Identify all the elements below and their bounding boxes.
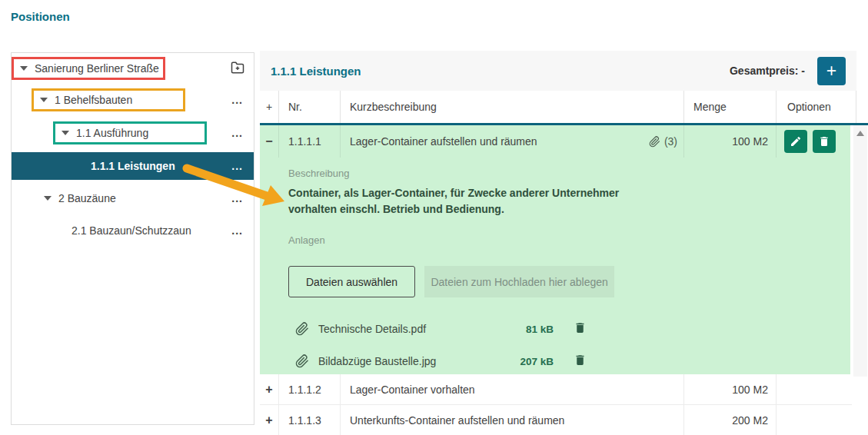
tree-item-label: Sanierung Berliner Straße — [35, 62, 159, 75]
trash-icon — [574, 354, 587, 367]
caret-down-icon[interactable] — [40, 98, 48, 102]
row-nr: 1.1.1.3 — [279, 405, 341, 435]
expand-row-button[interactable]: + — [260, 374, 279, 404]
tree-item-menu-icon[interactable]: ... — [231, 162, 243, 170]
page-title: Positionen — [11, 10, 70, 23]
attachment-list-item: Technische Details.pdf 81 kB — [295, 313, 850, 345]
expanded-position-row: − 1.1.1.1 Lager-Container aufstellen und… — [260, 125, 850, 374]
paperclip-icon — [649, 136, 660, 148]
column-header-nr: Nr. — [279, 91, 341, 123]
file-name: Bildabzüge Baustelle.jpg — [318, 355, 495, 367]
row-quantity: 100 M2 — [684, 374, 777, 404]
attachment-count-badge: (3) — [649, 135, 677, 148]
delete-file-button[interactable] — [572, 321, 587, 337]
row-nr: 1.1.1.2 — [279, 374, 341, 404]
trash-icon — [574, 321, 587, 334]
column-header-kurzbeschreibung: Kurzbeschreibung — [341, 91, 684, 123]
caret-down-icon[interactable] — [20, 66, 28, 71]
position-tree-panel: Sanierung Berliner Straße 1 Behelfsbaute… — [11, 52, 254, 425]
row-nr: 1.1.1.1 — [279, 125, 341, 158]
tree-item-label: 1.1 Ausführung — [76, 127, 148, 139]
file-dropzone[interactable]: Dateien zum Hochladen hier ablegen — [424, 266, 614, 297]
collapse-row-button[interactable]: − — [260, 125, 279, 158]
row-quantity: 100 M2 — [684, 125, 777, 158]
annotation-box-red: Sanierung Berliner Straße — [12, 57, 165, 80]
table-header: + Nr. Kurzbeschreibung Menge Optionen — [260, 91, 868, 123]
table-row: − 1.1.1.1 Lager-Container aufstellen und… — [260, 125, 850, 158]
tree-item-bauzaun-schutzzaun[interactable]: 2.1 Bauzaun/Schutzzaun ... — [12, 219, 254, 242]
row-description: Lager-Container aufstellen und räumen — [350, 135, 537, 148]
scroll-up-arrow-icon[interactable] — [856, 131, 864, 136]
table-row: + 1.1.1.3 Unterkunfts-Container aufstell… — [260, 405, 852, 435]
row-description: Lager-Container vorhalten — [341, 374, 684, 404]
tree-item-label: 2 Bauzäune — [58, 192, 116, 204]
panel-header: 1.1.1 Leistungen Gesamtpreis: - + — [260, 51, 856, 91]
expand-row-button[interactable]: + — [260, 405, 279, 435]
paperclip-icon — [295, 354, 309, 368]
tree-item-label: 1.1.1 Leistungen — [91, 160, 175, 172]
tree-item-ausfuehrung[interactable]: 1.1 Ausführung ... — [12, 121, 254, 144]
paperclip-icon — [295, 322, 309, 336]
panel-title: 1.1.1 Leistungen — [271, 65, 361, 78]
description-label: Beschreibung — [288, 168, 850, 179]
delete-file-button[interactable] — [572, 354, 587, 369]
column-header-toggle: + — [260, 91, 279, 123]
tree-item-label: 1 Behelfsbauten — [55, 94, 132, 106]
pencil-icon — [790, 135, 802, 148]
delete-row-button[interactable] — [813, 130, 836, 153]
annotation-box-teal: 1.1 Ausführung — [53, 121, 207, 144]
tree-item-menu-icon[interactable]: ... — [231, 96, 243, 104]
total-price: Gesamtpreis: - — [730, 65, 805, 77]
annotation-box-orange: 1 Behelfsbauten — [32, 88, 185, 111]
table-row: + 1.1.1.2 Lager-Container vorhalten 100 … — [260, 374, 852, 405]
tree-item-leistungen-selected[interactable]: 1.1.1 Leistungen ... — [12, 152, 254, 180]
add-folder-icon[interactable] — [229, 61, 246, 76]
tree-item-bauzaeune[interactable]: 2 Bauzäune ... — [12, 187, 254, 210]
vertical-scrollbar[interactable] — [853, 125, 867, 377]
tree-item-behelfsbauten[interactable]: 1 Behelfsbauten ... — [12, 88, 254, 111]
file-size: 81 kB — [495, 324, 554, 335]
select-files-button[interactable]: Dateien auswählen — [288, 266, 415, 297]
tree-item-menu-icon[interactable]: ... — [231, 129, 243, 137]
file-name: Technische Details.pdf — [318, 323, 495, 335]
edit-row-button[interactable] — [784, 130, 807, 153]
tree-item-menu-icon[interactable]: ... — [231, 227, 243, 234]
add-position-button[interactable]: + — [817, 57, 846, 85]
trash-icon — [818, 135, 830, 148]
column-header-optionen: Optionen — [777, 91, 856, 123]
column-header-menge: Menge — [684, 91, 777, 123]
tree-item-sanierung-berliner-strasse[interactable]: Sanierung Berliner Straße — [12, 57, 254, 80]
tree-item-label: 2.1 Bauzaun/Schutzzaun — [72, 224, 191, 237]
tree-item-menu-icon[interactable]: ... — [231, 194, 243, 202]
row-description: Unterkunfts-Container aufstellen und räu… — [341, 405, 684, 435]
caret-down-icon[interactable] — [62, 131, 69, 135]
file-size: 207 kB — [495, 356, 554, 367]
attachments-label: Anlagen — [288, 234, 850, 246]
caret-down-icon[interactable] — [44, 196, 52, 201]
description-text: Container, als Lager-Container, für Zwec… — [288, 185, 650, 218]
row-quantity: 200 M2 — [684, 405, 777, 435]
attachment-list-item: Bildabzüge Baustelle.jpg 207 kB — [295, 345, 850, 377]
